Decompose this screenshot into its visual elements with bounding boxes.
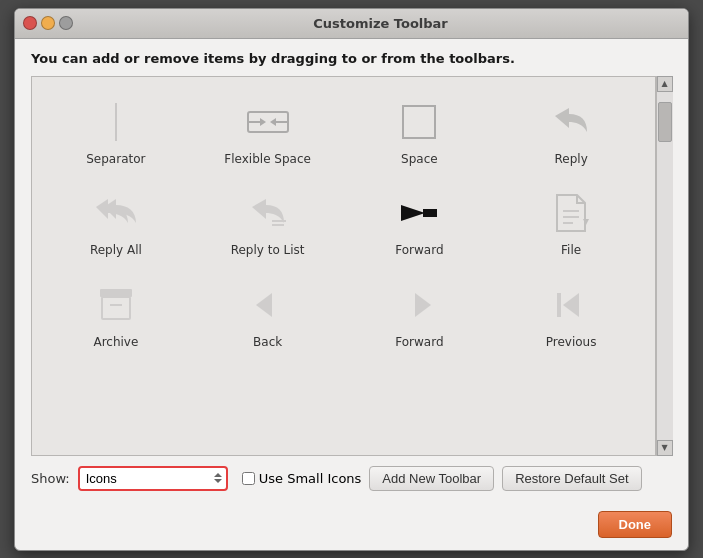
file-icon [547, 189, 595, 237]
tool-forward2[interactable]: Forward [344, 268, 496, 360]
tool-forward[interactable]: Forward [344, 176, 496, 268]
file-label: File [561, 243, 581, 259]
tool-file[interactable]: File [495, 176, 647, 268]
previous-label: Previous [546, 335, 597, 351]
done-bar: Done [15, 503, 688, 550]
scroll-track [657, 92, 673, 440]
toolbar-grid: Separator Flexible Space [32, 77, 655, 368]
show-select[interactable]: Icons Text Icons and Text [80, 468, 210, 489]
small-icons-checkbox[interactable] [242, 472, 255, 485]
customize-toolbar-window: Customize Toolbar You can add or remove … [14, 8, 689, 551]
reply-all-label: Reply All [90, 243, 142, 259]
svg-marker-18 [415, 293, 431, 317]
tool-reply-to-list[interactable]: Reply to List [192, 176, 344, 268]
forward2-label: Forward [395, 335, 443, 351]
svg-marker-4 [270, 118, 276, 126]
svg-rect-9 [423, 209, 437, 217]
instruction-text: You can add or remove items by dragging … [31, 51, 672, 66]
back-label: Back [253, 335, 282, 351]
flexible-space-icon [244, 98, 292, 146]
minimize-button[interactable] [41, 16, 55, 30]
restore-default-button[interactable]: Restore Default Set [502, 466, 641, 491]
svg-marker-19 [563, 293, 579, 317]
main-content: You can add or remove items by dragging … [15, 39, 688, 503]
reply-to-list-label: Reply to List [231, 243, 305, 259]
tool-reply-all[interactable]: Reply All [40, 176, 192, 268]
tool-space[interactable]: Space [344, 85, 496, 177]
forward-label: Forward [395, 243, 443, 259]
archive-icon [92, 281, 140, 329]
tool-reply[interactable]: Reply [495, 85, 647, 177]
toolbar-grid-area: Separator Flexible Space [31, 76, 656, 456]
show-select-wrapper[interactable]: Icons Text Icons and Text [78, 466, 228, 491]
small-icons-wrapper[interactable]: Use Small Icons [242, 471, 362, 486]
scroll-thumb[interactable] [658, 102, 672, 142]
maximize-button[interactable] [59, 16, 73, 30]
previous-icon [547, 281, 595, 329]
bottom-bar: Show: Icons Text Icons and Text Use Smal… [31, 466, 672, 491]
select-arrow-icon [210, 473, 226, 483]
main-area: Separator Flexible Space [31, 76, 672, 456]
reply-all-icon [92, 189, 140, 237]
tool-separator[interactable]: Separator [40, 85, 192, 177]
titlebar: Customize Toolbar [15, 9, 688, 39]
tool-back[interactable]: Back [192, 268, 344, 360]
space-label: Space [401, 152, 438, 168]
close-button[interactable] [23, 16, 37, 30]
tool-archive[interactable]: Archive [40, 268, 192, 360]
svg-marker-13 [583, 219, 589, 225]
show-label: Show: [31, 471, 70, 486]
separator-icon [92, 98, 140, 146]
scroll-up-button[interactable]: ▲ [657, 76, 673, 92]
svg-marker-17 [256, 293, 272, 317]
svg-rect-14 [100, 289, 132, 297]
scrollbar[interactable]: ▲ ▼ [656, 76, 672, 456]
forward-tri-icon [395, 281, 443, 329]
svg-marker-8 [401, 205, 425, 221]
reply-icon [547, 98, 595, 146]
archive-label: Archive [93, 335, 138, 351]
separator-label: Separator [86, 152, 145, 168]
svg-rect-5 [403, 106, 435, 138]
forward-arrow-icon [395, 189, 443, 237]
small-icons-label: Use Small Icons [259, 471, 362, 486]
svg-rect-20 [557, 293, 561, 317]
window-title: Customize Toolbar [81, 16, 680, 31]
space-icon [395, 98, 443, 146]
svg-rect-15 [102, 297, 130, 319]
reply-label: Reply [555, 152, 588, 168]
add-new-toolbar-button[interactable]: Add New Toolbar [369, 466, 494, 491]
scroll-down-button[interactable]: ▼ [657, 440, 673, 456]
reply-to-list-icon [244, 189, 292, 237]
done-button[interactable]: Done [598, 511, 673, 538]
back-icon [244, 281, 292, 329]
svg-marker-2 [260, 118, 266, 126]
tool-previous[interactable]: Previous [495, 268, 647, 360]
tool-flexible-space[interactable]: Flexible Space [192, 85, 344, 177]
titlebar-buttons [23, 16, 73, 30]
flexible-space-label: Flexible Space [224, 152, 311, 168]
